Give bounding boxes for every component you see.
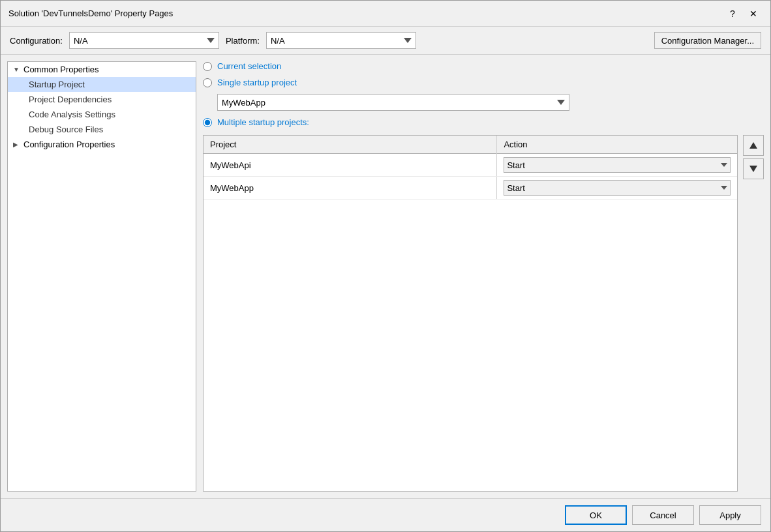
move-up-button[interactable] [743, 135, 764, 156]
radio-group: Current selection Single startup project… [203, 61, 764, 127]
table-row: MyWebAppNoneStartStart without debugging [204, 177, 737, 200]
project-name-cell: MyWebApi [204, 154, 497, 177]
sidebar-item-project-dependencies-label: Project Dependencies [29, 95, 112, 104]
dialog-title: Solution 'DevTunnelsDemo' Property Pages [8, 8, 173, 18]
sidebar-item-configuration-properties[interactable]: ▶ Configuration Properties [8, 137, 196, 152]
left-panel: ▼ Common Properties Startup Project Proj… [7, 61, 196, 492]
help-button[interactable]: ? [723, 7, 742, 21]
config-manager-button[interactable]: Configuration Manager... [654, 32, 761, 49]
single-startup-select[interactable]: MyWebApp [217, 94, 569, 111]
radio-single-startup[interactable] [203, 78, 212, 87]
col-header-action: Action [497, 136, 737, 154]
radio-single-startup-label[interactable]: Single startup project [217, 78, 297, 87]
toggle-icon-common: ▼ [13, 66, 21, 73]
table-header-row: Project Action [204, 136, 737, 154]
radio-multiple-startup-label[interactable]: Multiple startup projects: [217, 117, 309, 127]
title-bar: Solution 'DevTunnelsDemo' Property Pages… [1, 1, 770, 27]
radio-row-single: Single startup project [203, 78, 764, 87]
dialog: Solution 'DevTunnelsDemo' Property Pages… [0, 0, 771, 532]
sidebar-item-project-dependencies[interactable]: Project Dependencies [8, 92, 196, 107]
arrow-up-icon [749, 142, 757, 149]
radio-current-selection-label[interactable]: Current selection [217, 61, 281, 71]
sidebar-item-common-properties[interactable]: ▼ Common Properties [8, 62, 196, 77]
radio-current-selection[interactable] [203, 62, 212, 71]
arrow-down-icon [749, 166, 757, 172]
arrow-buttons [743, 135, 764, 492]
config-bar: Configuration: N/A Platform: N/A Configu… [1, 27, 770, 55]
action-select[interactable]: NoneStartStart without debugging [504, 157, 731, 173]
project-name-cell: MyWebApp [204, 177, 497, 200]
apply-button[interactable]: Apply [699, 505, 761, 525]
action-select[interactable]: NoneStartStart without debugging [504, 180, 731, 196]
sidebar-item-common-properties-label: Common Properties [23, 65, 99, 74]
single-startup-dropdown-row: MyWebApp [217, 94, 764, 111]
bottom-bar: OK Cancel Apply [1, 498, 770, 531]
configuration-label: Configuration: [10, 36, 63, 46]
move-down-button[interactable] [743, 158, 764, 179]
action-cell: NoneStartStart without debugging [497, 177, 737, 200]
radio-row-current: Current selection [203, 61, 764, 71]
title-buttons: ? ✕ [723, 7, 763, 21]
sidebar-item-startup-project-label: Startup Project [29, 80, 85, 89]
projects-table: Project Action MyWebApiNoneStartStart wi… [204, 136, 737, 200]
action-cell: NoneStartStart without debugging [497, 154, 737, 177]
sidebar-item-startup-project[interactable]: Startup Project [8, 77, 196, 92]
close-button[interactable]: ✕ [744, 7, 763, 21]
sidebar-item-debug-source-label: Debug Source Files [29, 125, 103, 134]
projects-table-container: Project Action MyWebApiNoneStartStart wi… [203, 135, 738, 492]
platform-label: Platform: [226, 36, 260, 46]
main-content: ▼ Common Properties Startup Project Proj… [1, 55, 770, 498]
sidebar-item-code-analysis[interactable]: Code Analysis Settings [8, 107, 196, 122]
radio-row-multiple: Multiple startup projects: [203, 117, 764, 127]
right-panel: Current selection Single startup project… [203, 61, 764, 492]
cancel-button[interactable]: Cancel [632, 505, 694, 525]
col-header-project: Project [204, 136, 497, 154]
toggle-icon-config: ▶ [13, 141, 21, 148]
ok-button[interactable]: OK [565, 505, 627, 525]
projects-area: Project Action MyWebApiNoneStartStart wi… [203, 135, 764, 492]
configuration-select[interactable]: N/A [69, 32, 219, 49]
sidebar-item-configuration-properties-label: Configuration Properties [23, 140, 115, 149]
table-row: MyWebApiNoneStartStart without debugging [204, 154, 737, 177]
radio-multiple-startup[interactable] [203, 118, 212, 127]
sidebar-item-debug-source[interactable]: Debug Source Files [8, 122, 196, 137]
platform-select[interactable]: N/A [266, 32, 416, 49]
sidebar-item-code-analysis-label: Code Analysis Settings [29, 110, 115, 119]
